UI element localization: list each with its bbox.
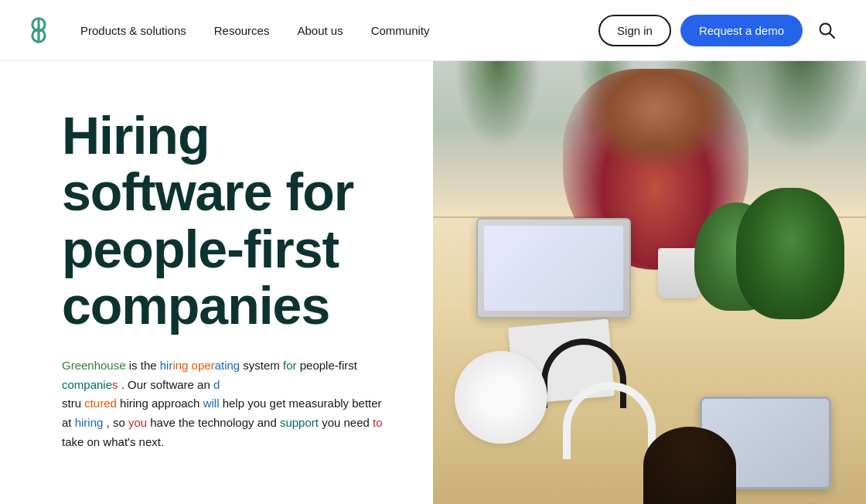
hero-section: Hiring software for people-first compani…: [0, 61, 433, 504]
search-button[interactable]: [812, 19, 841, 42]
svg-point-3: [36, 28, 40, 32]
hero-title: Hiring software for people-first compani…: [62, 107, 387, 335]
desc-companies-2: s: [112, 378, 118, 391]
desc-greenhouse: Greenhouse: [62, 359, 126, 372]
table-items: [433, 203, 866, 504]
demo-button[interactable]: Request a demo: [680, 15, 803, 46]
nav-products[interactable]: Products & solutions: [80, 24, 186, 37]
desc-companies-1: companie: [62, 378, 112, 391]
svg-line-5: [830, 33, 834, 38]
plate: [455, 351, 547, 444]
nav-actions: Sign in Request a demo: [598, 15, 841, 46]
desc-hiring-1: hir: [160, 359, 173, 372]
desc-hiring-2: hiring: [75, 416, 104, 429]
photo-scene: [433, 61, 866, 504]
desc-text-9: have the technology and: [150, 416, 280, 429]
desc-text-3: people-first: [300, 359, 357, 372]
hero-description: Greenhouse is the hiring operating syste…: [62, 356, 387, 452]
desc-text-5: stru: [62, 397, 81, 410]
laptop: [476, 218, 631, 318]
desc-text-8: , so: [107, 416, 128, 429]
hero-image: [433, 61, 866, 504]
main-content: Hiring software for people-first compani…: [0, 61, 866, 504]
desc-text-4: . Our software an: [121, 378, 210, 391]
nav-about[interactable]: About us: [297, 24, 343, 37]
logo[interactable]: [25, 16, 53, 44]
desc-text-11: take on what's next.: [62, 435, 164, 448]
desc-text-2: system: [243, 359, 283, 372]
desc-you: you: [128, 416, 147, 429]
search-icon: [818, 22, 835, 39]
logo-icon: [25, 16, 53, 44]
desc-text-10: you need: [322, 416, 373, 429]
plant-right-2: [736, 188, 844, 319]
nav-community[interactable]: Community: [371, 24, 430, 37]
desc-for: for: [283, 359, 297, 372]
person-bottom: [643, 427, 736, 504]
desc-will: will: [203, 397, 220, 410]
desc-text-6: hiring approach: [120, 397, 203, 410]
desc-support: support: [280, 416, 319, 429]
desc-ctured: ctured: [84, 397, 117, 410]
navigation: Products & solutions Resources About us …: [0, 0, 866, 61]
desc-and: d: [213, 378, 220, 391]
signin-button[interactable]: Sign in: [598, 15, 671, 46]
desc-text-1: is the: [129, 359, 160, 372]
desc-ing: ing oper: [172, 359, 214, 372]
nav-links: Products & solutions Resources About us …: [80, 24, 598, 37]
nav-resources[interactable]: Resources: [214, 24, 270, 37]
desc-to: to: [373, 416, 383, 429]
desc-ating: ating: [215, 359, 240, 372]
